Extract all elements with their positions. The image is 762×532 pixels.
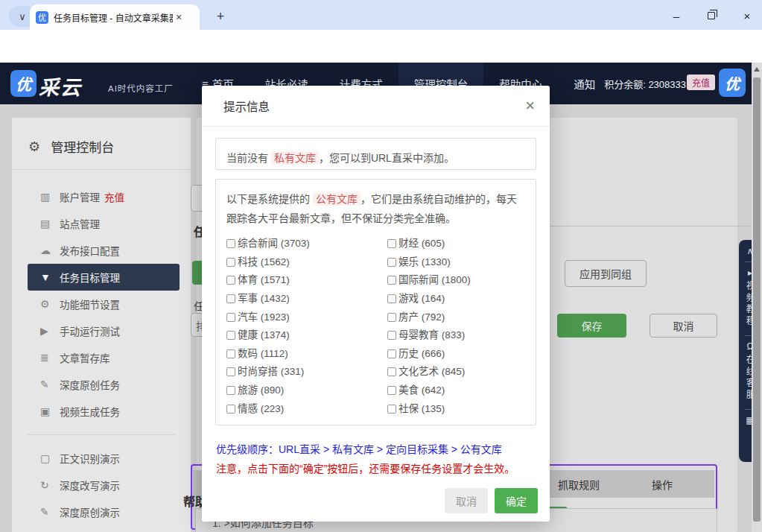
dialog: 提示信息 × 当前没有 私有文库，您可以到URL直采中添加。 以下是系统提供的 … xyxy=(202,86,550,522)
screen: ∨ 优 任务目标管理 - 自动文章采集器 × + – × ← → ↻ ucaiy… xyxy=(0,0,762,532)
category-label: 游戏 (164) xyxy=(399,289,445,308)
checkbox-icon[interactable] xyxy=(387,386,396,395)
category-label: 情感 (223) xyxy=(238,399,284,419)
public-library-box: 以下是系统提供的 公有文库，它们是由系统自动维护的，每天跟踪各大平台最新文章，但… xyxy=(215,179,536,425)
browser-tab[interactable]: 优 任务目标管理 - 自动文章采集器 × xyxy=(30,4,200,30)
tab-title: 任务目标管理 - 自动文章采集器 xyxy=(54,11,173,24)
category-item-旅游[interactable]: 旅游 (890) xyxy=(226,381,387,400)
category-item-综合新闻[interactable]: 综合新闻 (3703) xyxy=(226,235,387,253)
scrollbar-thumb[interactable] xyxy=(753,77,761,522)
checkbox-icon[interactable] xyxy=(226,367,235,376)
category-label: 国际新闻 (1800) xyxy=(399,270,471,290)
dialog-close-icon[interactable]: × xyxy=(525,98,535,114)
category-item-军事[interactable]: 军事 (1432) xyxy=(226,290,387,308)
checkbox-icon[interactable] xyxy=(226,276,235,285)
category-item-时尚穿搭[interactable]: 时尚穿搭 (331) xyxy=(226,363,387,381)
window-restore-button[interactable] xyxy=(700,7,723,24)
category-label: 汽车 (1923) xyxy=(238,308,290,327)
checkbox-icon[interactable] xyxy=(387,405,396,414)
category-label: 房产 (792) xyxy=(399,308,445,327)
browser-toolbar: ← → ↻ ucaiyun.com/caiji/category/ ☆ 井 ⋮ xyxy=(0,30,762,63)
checkbox-icon[interactable] xyxy=(226,349,235,358)
window-minimize-button[interactable]: – xyxy=(665,7,688,24)
dialog-title: 提示信息 xyxy=(223,98,270,114)
category-label: 美食 (642) xyxy=(399,381,445,400)
restore-icon xyxy=(708,12,715,19)
checkbox-icon[interactable] xyxy=(387,349,396,358)
dialog-footer: 取消 确定 xyxy=(445,488,538,513)
checkbox-icon[interactable] xyxy=(387,239,396,248)
category-label: 综合新闻 (3703) xyxy=(238,234,310,253)
category-item-房产[interactable]: 房产 (792) xyxy=(387,308,525,326)
tab-close-icon[interactable]: × xyxy=(176,11,182,23)
category-item-科技[interactable]: 科技 (1562) xyxy=(226,253,387,272)
category-label: 时尚穿搭 (331) xyxy=(238,362,304,381)
checkbox-icon[interactable] xyxy=(387,258,396,267)
browser-scrollbar[interactable] xyxy=(752,63,762,532)
new-tab-button[interactable]: + xyxy=(212,7,229,25)
checkbox-icon[interactable] xyxy=(387,276,396,285)
category-label: 文化艺术 (845) xyxy=(399,362,465,381)
site-tagline: AI时代内容工厂 xyxy=(108,82,174,94)
category-item-文化艺术[interactable]: 文化艺术 (845) xyxy=(387,363,525,381)
category-label: 母婴教育 (833) xyxy=(399,326,465,345)
priority-order-text: 优先级顺序：URL直采 > 私有文库 > 定向目标采集 > 公有文库 xyxy=(216,441,502,456)
public-library-tag: 公有文库 xyxy=(313,192,361,206)
dialog-confirm-button[interactable]: 确定 xyxy=(495,488,538,513)
recharge-button[interactable]: 充值 xyxy=(687,75,715,90)
checkbox-icon[interactable] xyxy=(387,367,396,376)
category-item-游戏[interactable]: 游戏 (164) xyxy=(387,290,525,308)
category-label: 历史 (666) xyxy=(399,344,445,364)
category-item-历史[interactable]: 历史 (666) xyxy=(387,345,525,364)
category-item-母婴教育[interactable]: 母婴教育 (833) xyxy=(387,326,525,345)
private-library-tag: 私有文库 xyxy=(271,151,319,165)
user-avatar[interactable]: 优 xyxy=(719,69,746,97)
points-balance: 积分余额: 2308333 xyxy=(604,77,686,91)
site-logo-icon[interactable]: 优 xyxy=(10,70,36,97)
category-item-情感[interactable]: 情感 (223) xyxy=(226,399,387,418)
nav-item-label: 通知 xyxy=(574,76,595,92)
checkbox-icon[interactable] xyxy=(387,331,396,340)
window-close-button[interactable]: × xyxy=(736,7,758,24)
category-item-健康[interactable]: 健康 (1374) xyxy=(226,326,387,345)
category-item-汽车[interactable]: 汽车 (1923) xyxy=(226,308,387,326)
category-checkbox-grid: 综合新闻 (3703)科技 (1562)体育 (1571)军事 (1432)汽车… xyxy=(226,235,525,418)
nav-item-通知[interactable]: 通知 xyxy=(558,63,611,104)
public-library-notice: 以下是系统提供的 公有文库，它们是由系统自动维护的，每天跟踪各大平台最新文章，但… xyxy=(226,189,525,228)
site-logo-text[interactable]: 采云 xyxy=(39,72,82,101)
checkbox-icon[interactable] xyxy=(387,313,396,322)
checkbox-icon[interactable] xyxy=(226,313,235,322)
checkbox-icon[interactable] xyxy=(226,386,235,395)
category-label: 社保 (135) xyxy=(399,399,445,419)
checkbox-icon[interactable] xyxy=(226,405,235,414)
warning-text: 注意，点击下面的“确定”按钮后，还需要保存任务设置才会生效。 xyxy=(216,460,515,475)
category-item-社保[interactable]: 社保 (135) xyxy=(387,399,525,418)
dialog-header: 提示信息 × xyxy=(202,86,550,127)
category-label: 健康 (1374) xyxy=(238,326,290,345)
category-item-国际新闻[interactable]: 国际新闻 (1800) xyxy=(387,271,525,290)
checkbox-icon[interactable] xyxy=(226,239,235,248)
category-label: 科技 (1562) xyxy=(238,253,290,272)
category-label: 体育 (1571) xyxy=(238,270,290,290)
browser-titlebar: ∨ 优 任务目标管理 - 自动文章采集器 × + – × xyxy=(0,0,762,30)
dialog-cancel-button[interactable]: 取消 xyxy=(445,488,488,513)
category-item-财经[interactable]: 财经 (605) xyxy=(387,235,525,253)
category-label: 财经 (605) xyxy=(399,234,445,253)
category-item-体育[interactable]: 体育 (1571) xyxy=(226,271,387,290)
scrollbar-up-arrow[interactable] xyxy=(754,67,760,72)
category-label: 军事 (1432) xyxy=(238,289,290,308)
category-label: 数码 (1112) xyxy=(238,344,288,364)
private-library-notice: 当前没有 私有文库，您可以到URL直采中添加。 xyxy=(215,138,536,170)
tab-favicon: 优 xyxy=(36,11,48,24)
category-item-数码[interactable]: 数码 (1112) xyxy=(226,345,387,364)
category-item-美食[interactable]: 美食 (642) xyxy=(387,381,525,400)
checkbox-icon[interactable] xyxy=(226,294,235,303)
checkbox-icon[interactable] xyxy=(226,331,235,340)
category-item-娱乐[interactable]: 娱乐 (1330) xyxy=(387,253,525,272)
category-label: 旅游 (890) xyxy=(238,381,284,400)
checkbox-icon[interactable] xyxy=(226,258,235,267)
category-label: 娱乐 (1330) xyxy=(399,253,451,272)
checkbox-icon[interactable] xyxy=(387,294,396,303)
